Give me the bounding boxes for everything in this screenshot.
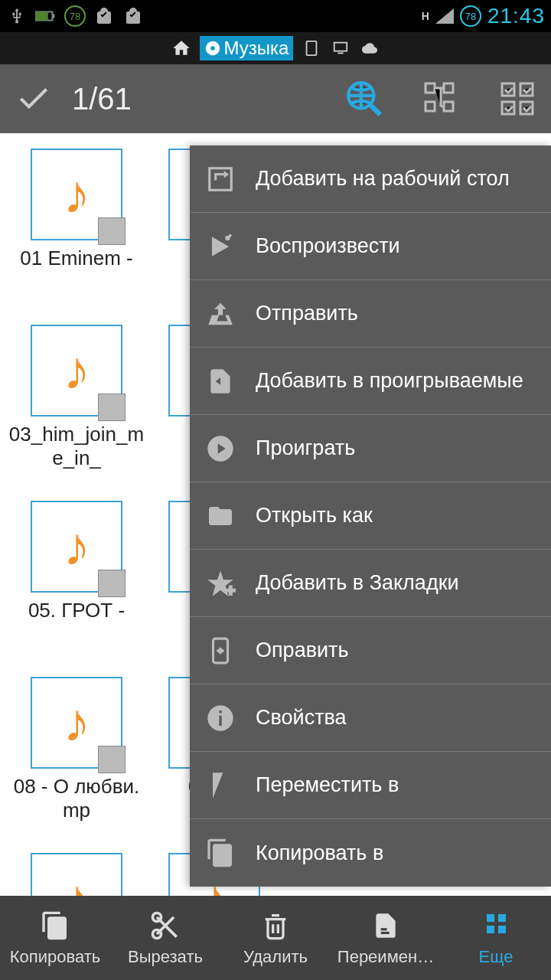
- info-icon: [204, 701, 237, 735]
- toolbar-label: Вырезать: [128, 947, 203, 967]
- toolbar-label: Переимен…: [337, 947, 434, 967]
- done-button[interactable]: [11, 76, 57, 122]
- svg-rect-5: [307, 41, 317, 55]
- home-icon[interactable]: [171, 38, 192, 59]
- network-type-indicator: H: [422, 10, 429, 22]
- cut-button[interactable]: Вырезать: [110, 896, 220, 980]
- delete-icon: [259, 909, 292, 942]
- move-to-icon: [204, 769, 237, 802]
- menu-label: Копировать в: [256, 841, 383, 865]
- tablet-icon[interactable]: [301, 38, 322, 59]
- device-share-icon: [204, 634, 237, 668]
- more-icon: [479, 909, 513, 942]
- menu-play[interactable]: Воспроизвести: [190, 213, 551, 280]
- menu-device-send[interactable]: Оправить: [190, 617, 551, 684]
- svg-rect-26: [219, 715, 221, 725]
- file-label: 01 Eminem -: [8, 247, 145, 270]
- svg-rect-23: [229, 585, 233, 595]
- svg-rect-7: [338, 53, 344, 54]
- bottom-toolbar: Копировать Вырезать Удалить Переимен… Ещ…: [0, 896, 551, 980]
- shortcut-icon: [204, 162, 237, 196]
- menu-play-now[interactable]: Проиграть: [190, 415, 551, 482]
- svg-rect-27: [219, 710, 221, 713]
- file-item[interactable]: ♪ 01 Eminem -: [8, 149, 145, 270]
- svg-point-20: [229, 234, 232, 237]
- bag-check-icon-2: [122, 5, 144, 27]
- file-item[interactable]: ♪ 03_him_join_me_in_: [8, 325, 145, 470]
- menu-label: Открыть как: [256, 504, 373, 528]
- selection-toolbar: 1/61: [0, 64, 551, 133]
- more-button[interactable]: Еще: [441, 896, 551, 980]
- menu-send[interactable]: Отправить: [190, 280, 551, 348]
- delete-button[interactable]: Удалить: [220, 896, 331, 980]
- copy-button[interactable]: Копировать: [0, 896, 110, 980]
- add-doc-icon: [204, 364, 237, 398]
- menu-label: Свойства: [256, 706, 347, 730]
- svg-rect-18: [210, 168, 232, 190]
- menu-add-bookmark[interactable]: Добавить в Закладки: [190, 550, 551, 617]
- file-item[interactable]: ♪ 08 - О любви.mp: [8, 677, 145, 822]
- play-send-icon: [204, 230, 237, 263]
- menu-add-to-playing[interactable]: Добавить в проигрываемые: [190, 348, 551, 415]
- menu-move-to[interactable]: Переместить в: [190, 752, 551, 819]
- share-icon: [204, 297, 237, 331]
- file-item[interactable]: ♪ 05. ГРОТ -: [8, 501, 145, 622]
- svg-rect-10: [425, 83, 435, 93]
- menu-label: Оправить: [256, 639, 349, 662]
- svg-rect-1: [35, 11, 48, 20]
- music-file-icon: ♪: [31, 501, 122, 593]
- context-menu: Добавить на рабочий стол Воспроизвести О…: [190, 145, 551, 887]
- file-label: 03_him_join_me_in_: [8, 423, 145, 470]
- star-add-icon: [204, 567, 237, 600]
- menu-label: Воспроизвести: [256, 234, 400, 258]
- progress-circle-green-icon: 78: [64, 5, 86, 27]
- menu-open-as[interactable]: Открыть как: [190, 482, 551, 550]
- svg-rect-11: [444, 83, 453, 93]
- svg-line-9: [370, 105, 380, 115]
- svg-rect-12: [425, 102, 435, 111]
- music-file-icon: ♪: [31, 149, 122, 240]
- svg-rect-30: [381, 928, 387, 930]
- toolbar-label: Копировать: [10, 947, 100, 967]
- menu-label: Добавить в Закладки: [256, 571, 459, 595]
- status-bar: 78 H 78 21:43: [0, 0, 551, 32]
- select-all-button[interactable]: [494, 76, 540, 122]
- toolbar-label: Удалить: [243, 947, 308, 967]
- toolbar-label: Еще: [479, 947, 514, 967]
- svg-rect-13: [444, 102, 453, 111]
- folder-open-icon: [204, 499, 237, 533]
- rename-icon: [369, 909, 403, 942]
- computer-icon[interactable]: [330, 38, 351, 59]
- usb-icon: [6, 5, 28, 27]
- play-circle-icon: [204, 432, 237, 466]
- web-search-button[interactable]: [341, 76, 387, 122]
- music-file-icon: ♪: [31, 325, 122, 416]
- menu-copy-to[interactable]: Копировать в: [190, 819, 551, 887]
- menu-label: Отправить: [256, 302, 358, 325]
- cut-icon: [148, 909, 182, 942]
- breadcrumb-music[interactable]: Музыка: [200, 36, 294, 60]
- svg-rect-6: [334, 43, 347, 51]
- menu-label: Добавить в проигрываемые: [256, 369, 523, 393]
- music-disc-icon: [204, 40, 221, 57]
- rename-button[interactable]: Переимен…: [331, 896, 441, 980]
- menu-properties[interactable]: Свойства: [190, 684, 551, 752]
- file-label: 08 - О любви.mp: [8, 775, 145, 822]
- status-time: 21:43: [487, 4, 545, 28]
- battery-icon: [35, 5, 57, 27]
- cloud-icon[interactable]: [359, 38, 380, 59]
- menu-add-shortcut[interactable]: Добавить на рабочий стол: [190, 145, 551, 213]
- svg-rect-2: [52, 14, 54, 18]
- svg-rect-31: [381, 932, 390, 934]
- status-right: H 78 21:43: [422, 4, 545, 28]
- copy-to-icon: [204, 836, 237, 870]
- music-file-icon: ♪: [31, 677, 122, 769]
- svg-point-4: [210, 46, 215, 51]
- bag-check-icon: [93, 5, 115, 27]
- copy-icon: [38, 909, 72, 942]
- selection-counter: 1/61: [72, 82, 311, 116]
- signal-icon: [435, 8, 454, 24]
- tree-view-button[interactable]: [418, 76, 464, 122]
- file-label: 05. ГРОТ -: [8, 599, 145, 622]
- menu-label: Добавить на рабочий стол: [256, 167, 510, 191]
